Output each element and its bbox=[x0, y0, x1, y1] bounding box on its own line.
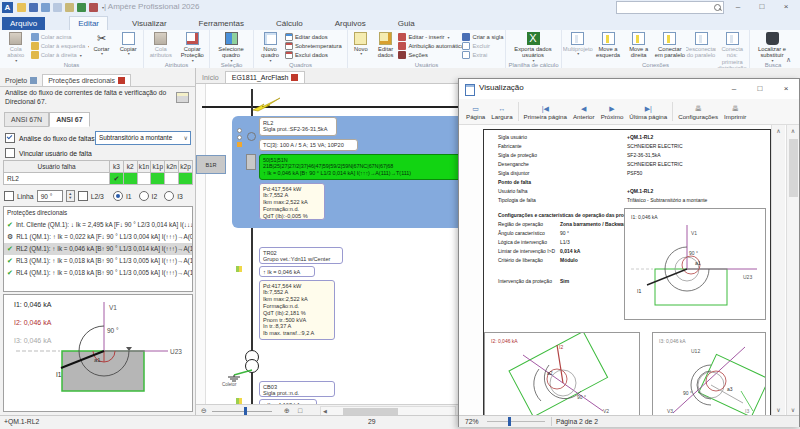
preview-maximize-button[interactable]: □ bbox=[749, 79, 771, 98]
cell-k2n[interactable] bbox=[165, 173, 179, 185]
breaker-label-node[interactable]: CB03Sigla prot.:n.d. bbox=[259, 381, 335, 397]
novo-usuario-button[interactable]: Novo▾ bbox=[349, 31, 373, 57]
scroll-up-icon[interactable]: ∧ bbox=[772, 127, 785, 134]
preview-zoom-track[interactable] bbox=[487, 421, 545, 422]
secoes-button[interactable]: Seções bbox=[398, 51, 462, 59]
last-page-button[interactable]: ▶|Última página bbox=[626, 99, 670, 124]
ribbon-collapse-icon[interactable]: ∧ bbox=[786, 56, 791, 64]
settings-icon[interactable] bbox=[89, 3, 98, 12]
maximize-button[interactable]: □ bbox=[752, 0, 772, 14]
cortar-button[interactable]: ✂ Cortar▾ bbox=[89, 31, 115, 57]
i1-radio[interactable] bbox=[113, 191, 123, 201]
i3-radio[interactable] bbox=[164, 191, 174, 201]
preview-zoom-thumb[interactable] bbox=[508, 417, 511, 426]
tab-guia[interactable]: Guia bbox=[390, 17, 423, 30]
preview-close-button[interactable]: × bbox=[775, 79, 797, 98]
link-user-checkbox[interactable] bbox=[5, 148, 15, 158]
settings-button[interactable]: 🖶Configurações bbox=[675, 99, 721, 124]
print-button[interactable]: 🖶Imprimir bbox=[721, 99, 749, 124]
tab-ferramentas[interactable]: Ferramentas bbox=[191, 17, 252, 30]
page-view-button[interactable]: ▭Página bbox=[463, 99, 488, 124]
close-button[interactable]: × bbox=[776, 0, 796, 14]
i2-radio[interactable] bbox=[139, 191, 149, 201]
search-input[interactable] bbox=[616, 1, 724, 14]
colar-acima-button[interactable]: Colar acima bbox=[31, 33, 89, 41]
subtransient-select[interactable]: Subtransitório a montante∨ bbox=[95, 131, 191, 145]
scroll-down-icon[interactable]: ∨ bbox=[787, 406, 799, 413]
tab-arquivo[interactable]: Arquivo bbox=[2, 17, 45, 30]
tab-editar[interactable]: Editar bbox=[69, 16, 108, 30]
tab-ansi-67[interactable]: ANSI 67 bbox=[49, 112, 89, 127]
undo-icon[interactable] bbox=[41, 3, 50, 12]
tab-inicio[interactable]: Início bbox=[196, 72, 225, 83]
zoom-slider-thumb[interactable] bbox=[244, 407, 247, 415]
exclui-dados-button[interactable]: Exclui dados bbox=[285, 51, 345, 59]
minimize-button[interactable]: – bbox=[728, 0, 748, 14]
cell-k2[interactable] bbox=[123, 173, 137, 185]
extrai-button[interactable]: Extrai bbox=[462, 51, 504, 59]
table-row[interactable]: RL2 ✔ bbox=[4, 173, 193, 185]
novo-quadro-button[interactable]: Novo quadro▾ bbox=[255, 31, 285, 63]
scroll-left-icon[interactable]: ◀ bbox=[323, 408, 327, 414]
cell-k1n[interactable] bbox=[137, 173, 151, 185]
editar-inserir-button[interactable]: Editar - inserir▾ bbox=[398, 33, 462, 41]
tab-protecoes-direcionais[interactable]: Proteções direcionais bbox=[42, 74, 131, 86]
conectar-paralelo-button[interactable]: Conectar em paralelo bbox=[654, 31, 686, 59]
print-icon[interactable] bbox=[65, 3, 74, 12]
tab-visualizar[interactable]: Visualizar bbox=[124, 17, 175, 30]
ik-node[interactable]: ↑ Ik = 0,046 kA bbox=[259, 266, 315, 277]
zoom-slider-track[interactable] bbox=[212, 411, 272, 412]
colar-direita-button[interactable]: Colar à direita▾ bbox=[31, 51, 89, 59]
list-item-selected[interactable]: ✔RL2 (QM.1): ↑ Ik = 0,046 kA [B↑ 90 ° L1… bbox=[4, 243, 192, 255]
tab-calculo[interactable]: Cálculo bbox=[268, 17, 311, 30]
angle-stepper[interactable]: ▲▼ bbox=[66, 190, 75, 202]
relay-label-node[interactable]: RL2Sigla prot.:SF2-36-31,5kA bbox=[259, 117, 337, 136]
previous-page-button[interactable]: ◀Anterior bbox=[570, 99, 598, 124]
print-report-icon[interactable] bbox=[176, 92, 189, 103]
busbar-node[interactable]: B1R bbox=[196, 155, 226, 174]
preview-inner-scrollbar[interactable]: ∧ ∨ bbox=[771, 125, 785, 415]
first-page-button[interactable]: |◀Primeira página bbox=[521, 99, 570, 124]
l23-checkbox[interactable] bbox=[78, 191, 88, 201]
open-icon[interactable] bbox=[17, 3, 26, 12]
tab-arquivos[interactable]: Arquivos bbox=[327, 17, 374, 30]
colar-esquerda-button[interactable]: Colar à esquerda▾ bbox=[31, 42, 89, 50]
lamp-symbol[interactable] bbox=[247, 132, 256, 141]
preview-scrollbar[interactable]: ∧ ∨ bbox=[786, 125, 799, 415]
move-direita-button[interactable]: Move a direita bbox=[623, 31, 654, 59]
move-esquerda-button[interactable]: Move a esquerda bbox=[593, 31, 624, 59]
next-page-button[interactable]: ▶Próximo bbox=[598, 99, 627, 124]
sobretemperatura-button[interactable]: Sobretemperatura bbox=[285, 42, 345, 50]
protection-functions-node[interactable]: 50|51|51N21B|25|27|27/2|37|46|47|59|59/2… bbox=[259, 154, 464, 180]
transformer-label-node[interactable]: TR02Grupo vet.:Ydn11 w/Center bbox=[259, 247, 343, 264]
scrollbar-thumb[interactable] bbox=[789, 139, 798, 197]
copiar-button[interactable]: Copiar▾ bbox=[114, 31, 142, 57]
cell-k1p[interactable] bbox=[151, 173, 165, 185]
scrollbar-thumb[interactable] bbox=[343, 408, 398, 415]
preview-minimize-button[interactable]: – bbox=[723, 79, 745, 98]
editar-dados-quadro-button[interactable]: Editar dados bbox=[285, 33, 345, 41]
export-icon[interactable] bbox=[77, 3, 86, 12]
width-view-button[interactable]: ↔Largura bbox=[488, 99, 515, 124]
list-item[interactable]: ✔RL3 (QM.1): ↑ Ik = 0,018 kA [B↑ 90 ° L1… bbox=[4, 255, 192, 267]
tab-eg1811-arcflash[interactable]: EG1811_ArcFlash bbox=[225, 71, 306, 83]
preview-content[interactable]: Sigla usuário +QM.1-RL2 Fabricante SCHNE… bbox=[459, 125, 799, 415]
selecione-quadro-button[interactable]: Selecione quadro▾ bbox=[211, 31, 251, 63]
atribuicao-automatica-button[interactable]: Atribuição automática▾ bbox=[398, 42, 462, 50]
load-info-node[interactable]: Pd:417,564 kWIb:7,552 AIkm max:2,522 kA … bbox=[259, 183, 325, 220]
cola-abaixo-button[interactable]: Cola abaixo▾ bbox=[1, 31, 31, 63]
fault-flow-checkbox[interactable] bbox=[5, 133, 15, 143]
preview-title-bar[interactable]: Visualização – □ × bbox=[459, 79, 799, 100]
list-item[interactable]: ✔Int. Cliente (QM.1): ↓ Ik = 2,495 kA [F… bbox=[4, 219, 192, 231]
exporta-dados-button[interactable]: X Exporta dados usuários▾ bbox=[507, 31, 559, 63]
copiar-protecao-button[interactable]: Copiar Proteção▾ bbox=[177, 31, 209, 63]
list-item[interactable]: ⚙RL1 (QM.1): ↑ Ik = 0,022 kA [F↓ 90 ° L1… bbox=[4, 231, 192, 243]
tab-projeto[interactable]: Projeto bbox=[0, 75, 42, 86]
redo-icon[interactable] bbox=[53, 3, 62, 12]
desconectar-paralelo-button[interactable]: Desconectar do paralelo bbox=[686, 31, 717, 59]
angle-input[interactable]: 90 ° bbox=[37, 190, 63, 202]
transformer-info-node[interactable]: Pd:417,564 kWIb:7,552 AIkm max:2,522 kA … bbox=[259, 280, 335, 340]
ct-node[interactable]: TC[3]: 100 A / 5 A; 15 VA; 10P20 bbox=[259, 139, 358, 151]
multiprojeto-button[interactable]: Multiprojeto▾ bbox=[563, 31, 593, 57]
cola-atributos-button[interactable]: Cola atributos bbox=[145, 31, 177, 59]
